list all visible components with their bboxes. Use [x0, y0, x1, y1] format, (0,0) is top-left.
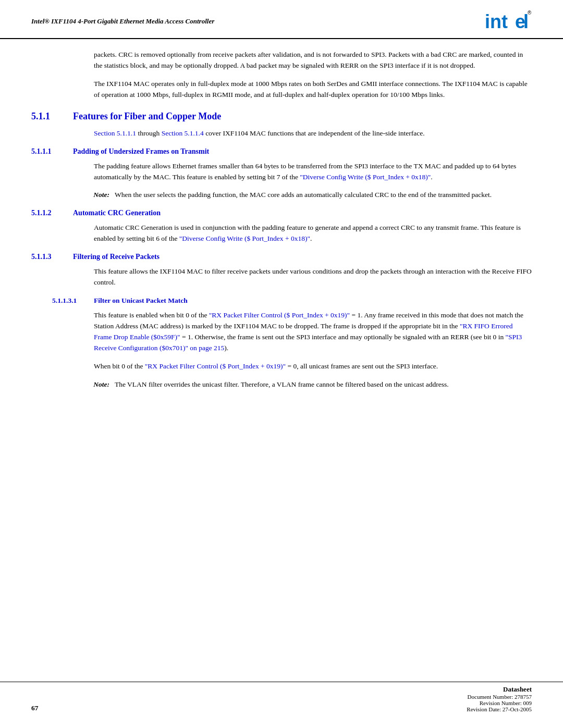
section-511-intro: Section 5.1.1.1 through Section 5.1.1.4 …	[94, 128, 532, 139]
section-5111-body: The padding feature allows Ethernet fram…	[94, 161, 532, 183]
footer-rev-date: Revision Date: 27-Oct-2005	[467, 706, 532, 712]
section-5112-number: 5.1.1.2	[31, 209, 73, 217]
intel-logo: int e l ®	[485, 9, 532, 33]
section-51131-number: 5.1.1.3.1	[52, 297, 94, 305]
note-label-1: Note:	[73, 190, 115, 201]
section-5112-title: Automatic CRC Generation	[73, 209, 161, 217]
section-51131-para1-mid2: = 1. Otherwise, the frame is sent out th…	[180, 333, 506, 341]
svg-text:int: int	[485, 11, 508, 32]
section-5113-number: 5.1.1.3	[31, 253, 73, 261]
note-text-2: The VLAN filter overrides the unicast fi…	[115, 379, 532, 390]
note-text-1: When the user selects the padding functi…	[115, 190, 532, 201]
page-footer: 67 Datasheet Document Number: 278757 Rev…	[0, 682, 563, 712]
diverse-config-link-2[interactable]: "Diverse Config Write ($ Port_Index + 0x…	[179, 235, 310, 242]
section-5112-body-end: .	[310, 235, 312, 242]
diverse-config-link-1[interactable]: "Diverse Config Write ($ Port_Index + 0x…	[300, 173, 431, 181]
section-51131-para2: When bit 0 of the "RX Packet Filter Cont…	[94, 361, 532, 372]
page-header: Intel® IXF1104 4-Port Gigabit Ethernet M…	[0, 0, 563, 39]
section-51131-para2-end: = 0, all unicast frames are sent out the…	[286, 362, 438, 370]
section-51131-heading: 5.1.1.3.1 Filter on Unicast Packet Match	[52, 297, 532, 305]
section-5111-body-end: .	[431, 173, 432, 181]
section-5111-link[interactable]: Section 5.1.1.1	[94, 129, 136, 137]
page: Intel® IXF1104 4-Port Gigabit Ethernet M…	[0, 0, 563, 728]
footer-datasheet-label: Datasheet	[467, 685, 532, 694]
rx-packet-filter-link-2[interactable]: "RX Packet Filter Control ($ Port_Index …	[145, 362, 286, 370]
section-511-heading: 5.1.1 Features for Fiber and Copper Mode	[31, 111, 532, 122]
section-511-title: Features for Fiber and Copper Mode	[73, 111, 221, 122]
section-5111-number: 5.1.1.1	[31, 147, 73, 156]
note-label-2: Note:	[73, 379, 115, 390]
section-51131-para1-end: ).	[224, 344, 228, 352]
page-number: 67	[31, 704, 39, 712]
section-5113-heading: 5.1.1.3 Filtering of Receive Packets	[31, 253, 532, 261]
section-5111-title: Padding of Undersized Frames on Transmit	[73, 147, 209, 156]
section-5111-note: Note: When the user selects the padding …	[73, 190, 532, 201]
section-511-number: 5.1.1	[31, 111, 73, 122]
section-51131-para1-pre: This feature is enabled when bit 0 of th…	[94, 311, 209, 319]
section-5114-link[interactable]: Section 5.1.1.4	[162, 129, 204, 137]
section-5113-title: Filtering of Receive Packets	[73, 253, 160, 261]
footer-doc-number: Document Number: 278757	[467, 694, 532, 700]
section-51131-note: Note: The VLAN filter overrides the unic…	[73, 379, 532, 390]
page-content: packets. CRC is removed optionally from …	[0, 39, 563, 418]
section-5111-heading: 5.1.1.1 Padding of Undersized Frames on …	[31, 147, 532, 156]
intel-logo-svg: int e l ®	[485, 9, 532, 33]
section-51131-para1: This feature is enabled when bit 0 of th…	[94, 310, 532, 354]
section-5113-body: This feature allows the IXF1104 MAC to f…	[94, 266, 532, 288]
section-5112-body: Automatic CRC Generation is used in conj…	[94, 223, 532, 244]
svg-text:®: ®	[528, 10, 532, 16]
section-5112-heading: 5.1.1.2 Automatic CRC Generation	[31, 209, 532, 217]
intro-para-2: The IXF1104 MAC operates only in full-du…	[94, 79, 532, 101]
header-title: Intel® IXF1104 4-Port Gigabit Ethernet M…	[31, 17, 214, 26]
section-51131-title: Filter on Unicast Packet Match	[94, 297, 188, 305]
section-51131-para2-pre: When bit 0 of the	[94, 362, 145, 370]
intro-para-1: packets. CRC is removed optionally from …	[94, 50, 532, 71]
footer-right: Datasheet Document Number: 278757 Revisi…	[467, 685, 532, 712]
rx-packet-filter-link-1[interactable]: "RX Packet Filter Control ($ Port_Index …	[209, 311, 350, 319]
footer-revision: Revision Number: 009	[467, 700, 532, 706]
